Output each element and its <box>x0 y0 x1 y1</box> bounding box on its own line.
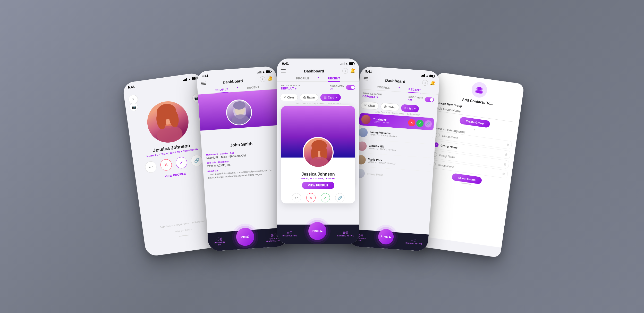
ping-item-3[interactable]: PING ▶ <box>308 227 326 240</box>
sharing-item-3[interactable]: ((·)) SHARING ACTIVE <box>337 231 354 237</box>
profile-header-bg <box>198 89 280 130</box>
ping-item-4[interactable]: PING ▶ <box>378 234 394 245</box>
remember-card-icon[interactable]: ✓ <box>321 193 330 202</box>
person-card-3: Jessica Johnson MIAMI, FL • TODAY, 11:46… <box>281 106 355 203</box>
camera-left-icon[interactable]: 📷 <box>129 102 138 112</box>
info-icon-4[interactable]: ℹ <box>422 80 428 86</box>
discovery-ripple-icon: ((·)) <box>216 237 222 241</box>
link-icon-0[interactable]: 🔗 <box>424 120 432 128</box>
trash-icon-0[interactable]: 🗑 <box>506 143 510 147</box>
action-row-3: ✕ Clear ◎ Radar ☰ Card ▾ <box>277 92 359 101</box>
app-scene: 9:41 ▲ × 📷 📷 <box>39 21 605 292</box>
tab-profile-4[interactable]: PROFILE <box>377 85 390 91</box>
battery-icon-2 <box>266 70 271 73</box>
signal-icon <box>183 78 187 81</box>
tab-recent-3[interactable]: RECENT <box>328 77 340 81</box>
menu-icon-4[interactable] <box>363 77 368 80</box>
wifi-icon-4: ▲ <box>426 74 429 77</box>
bell-icon[interactable]: 🔔 <box>267 76 273 82</box>
select-group-button[interactable]: Select Group <box>452 173 482 184</box>
more-icon-3[interactable]: ··· <box>428 163 431 167</box>
tab-profile-2[interactable]: PROFILE <box>215 88 229 93</box>
link-button[interactable]: 🔗 <box>190 154 203 167</box>
reject-icon-0[interactable]: ✕ <box>408 119 416 127</box>
forget-button[interactable]: ✕ <box>160 159 173 171</box>
ping-btn-4[interactable]: PING ▶ <box>378 228 394 245</box>
list-icon-4: ≡ <box>404 106 406 110</box>
clear-button-3[interactable]: ✕ Clear <box>280 94 298 101</box>
trash-icon-3[interactable]: 🗑 <box>502 172 505 176</box>
info-icon[interactable]: ℹ <box>260 76 266 82</box>
phone-profile-detail: 9:41 ▲ Dashboard ℹ 🔔 PROFILE RECENT <box>196 66 289 252</box>
discovery-label: DISCOVERY <box>214 241 225 244</box>
card-icon-3: ☰ <box>324 96 327 99</box>
remember-button[interactable]: ✓ <box>175 156 188 169</box>
discovery-ripple-3: ((·)) <box>287 231 292 234</box>
scroll-bar <box>179 235 189 237</box>
sharing-item-4[interactable]: ((·)) SHARING ACTIVE <box>405 238 422 245</box>
bottom-nav-2: ((·)) DISCOVERY ON PING ((·)) SHARING SH… <box>207 227 288 251</box>
card-person-name-3: Jessica Johnson <box>281 172 355 177</box>
discovery-item-3[interactable]: ((·)) DISCOVERY ON <box>283 231 297 237</box>
toggle-switch-4[interactable] <box>425 97 434 102</box>
menu-icon-3[interactable] <box>281 69 286 72</box>
group-avatar-icon <box>471 81 488 99</box>
discovery-nav-label-3: DISCOVERY ON <box>283 235 297 237</box>
group-radio-0[interactable] <box>435 133 440 138</box>
undo-button[interactable]: ↩ <box>145 161 157 174</box>
clear-button-4[interactable]: ✕ Clear <box>361 101 379 110</box>
trash-icon-1[interactable]: 🗑 <box>505 153 508 157</box>
card-avatar-3 <box>303 137 334 168</box>
signal-icon-3 <box>341 62 344 65</box>
info-icon-3[interactable]: ℹ <box>342 68 348 74</box>
contact-avatar-0 <box>361 114 371 124</box>
undo-card-icon[interactable]: ↩ <box>292 193 301 202</box>
tab-profile-3[interactable]: PROFILE <box>296 77 309 81</box>
discovery-nav-item[interactable]: ((·)) DISCOVERY ON <box>214 236 225 246</box>
ping-nav-item[interactable]: PING <box>236 232 255 246</box>
radar-icon-3: ◎ <box>303 96 306 99</box>
chevron-icon-3: ▾ <box>336 96 337 99</box>
chevron-icon-4: ▾ <box>414 108 416 110</box>
wifi-icon: ▲ <box>188 77 191 80</box>
profile-mode-label-3: PROFILE MODE <box>281 84 300 87</box>
bell-icon-4[interactable]: 🔔 <box>430 80 435 86</box>
svg-point-9 <box>231 114 250 126</box>
profile-detail-section: Hometown · Gender · Age Miami, FL · Male… <box>202 144 283 180</box>
sharing-nav-label-4: SHARING ACTIVE <box>405 242 422 245</box>
more-icon-2[interactable]: ··· <box>428 149 432 153</box>
discovery-toggle-4[interactable]: DISCOVERY ON <box>408 95 434 102</box>
ping-btn-3[interactable]: PING ▶ <box>308 222 326 240</box>
discovery-on-label: ON <box>218 244 221 246</box>
battery-icon-3 <box>349 62 354 65</box>
signal-icon-2 <box>257 71 261 73</box>
list-button-4[interactable]: ≡ List ▾ <box>401 104 419 113</box>
radar-icon-4: ◎ <box>384 105 386 109</box>
more-icon-1[interactable]: ··· <box>429 135 433 139</box>
sharing-ripple-3: ((·)) <box>343 231 348 234</box>
radar-button-4[interactable]: ◎ Radar <box>380 103 399 111</box>
view-profile-btn-3[interactable]: VIEW PROFILE <box>302 182 335 189</box>
card-button-3[interactable]: ☰ Card ▾ <box>320 94 341 101</box>
tab-recent-4[interactable]: RECENT <box>408 88 421 93</box>
status-bar-3: 9:41 ▲ <box>277 59 359 67</box>
group-people-icon <box>474 86 485 94</box>
accept-icon-0[interactable]: ✓ <box>416 119 424 127</box>
phone-card-view: 9:41 ▲ Dashboard ℹ 🔔 PROFILE RECENT <box>277 59 359 244</box>
tab-recent-2[interactable]: RECENT <box>247 85 260 91</box>
menu-icon[interactable] <box>201 82 206 85</box>
trash-icon-2[interactable]: 🗑 <box>503 162 507 166</box>
toggle-switch-3[interactable] <box>346 85 355 90</box>
ping-button[interactable]: PING <box>235 227 255 246</box>
view-profile-link[interactable]: VIEW PROFILE <box>165 172 186 178</box>
forget-card-icon[interactable]: ✕ <box>306 193 316 202</box>
bottom-nav-3: ((·)) DISCOVERY ON PING ▶ ((·)) SHARING … <box>277 225 359 244</box>
discovery-toggle-3[interactable]: DISCOVERY ON <box>330 85 355 90</box>
radar-button-3[interactable]: ◎ Radar <box>300 94 318 101</box>
wifi-icon-3: ▲ <box>345 62 348 65</box>
contact-avatar-1 <box>358 128 368 137</box>
bell-icon-3[interactable]: 🔔 <box>350 68 355 74</box>
scroll-indicator <box>461 183 471 185</box>
link-card-icon[interactable]: 🔗 <box>335 193 344 202</box>
card-person-location-3: MIAMI, FL • TODAY, 11:46 AM <box>281 177 355 180</box>
